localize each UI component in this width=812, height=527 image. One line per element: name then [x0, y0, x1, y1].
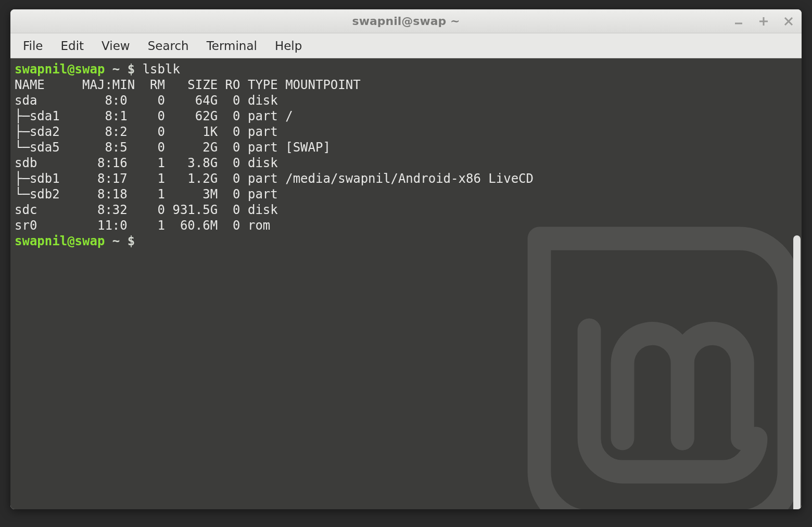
- window-title: swapnil@swap ~: [352, 15, 460, 28]
- window-controls: [733, 9, 794, 33]
- menu-terminal[interactable]: Terminal: [199, 36, 264, 56]
- menu-help[interactable]: Help: [268, 36, 309, 56]
- menu-view[interactable]: View: [94, 36, 137, 56]
- menu-search[interactable]: Search: [141, 36, 196, 56]
- minimize-button[interactable]: [733, 16, 744, 27]
- menubar: File Edit View Search Terminal Help: [10, 33, 802, 58]
- terminal-viewport[interactable]: swapnil@swap ~ $ lsblk NAME MAJ:MIN RM S…: [10, 58, 802, 509]
- terminal-window: swapnil@swap ~ File Edit View Search Ter…: [10, 9, 802, 509]
- terminal-output[interactable]: swapnil@swap ~ $ lsblk NAME MAJ:MIN RM S…: [12, 58, 792, 509]
- close-button[interactable]: [783, 16, 794, 27]
- menu-edit[interactable]: Edit: [54, 36, 92, 56]
- scrollbar-thumb[interactable]: [793, 235, 801, 509]
- menu-file[interactable]: File: [16, 36, 50, 56]
- titlebar[interactable]: swapnil@swap ~: [10, 9, 802, 33]
- maximize-button[interactable]: [758, 16, 769, 27]
